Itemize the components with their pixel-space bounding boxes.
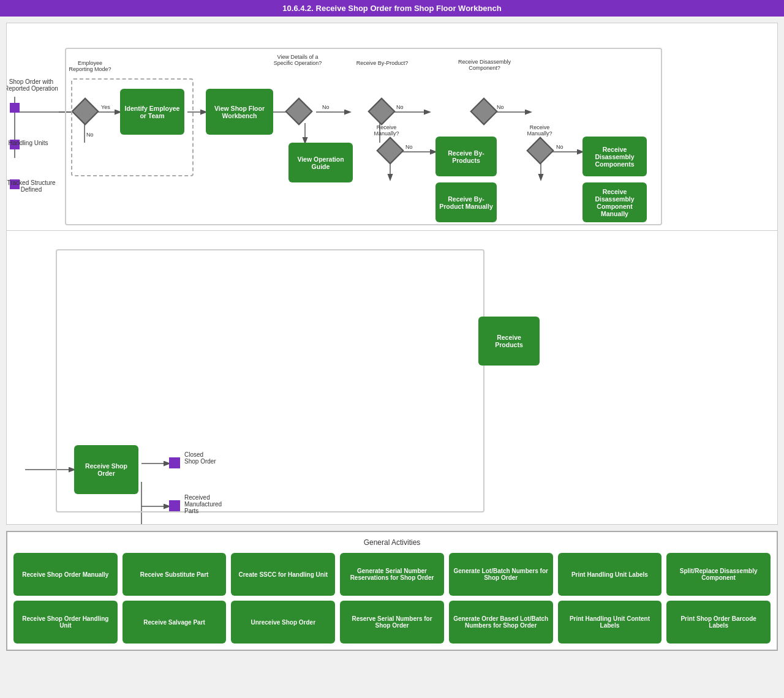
- purple-closed: [169, 457, 180, 468]
- ga-grid: Receive Shop Order Manually Receive Subs…: [13, 553, 771, 644]
- label-handling-units: Handling Units: [7, 140, 50, 146]
- label-shop-order: Shop Order with Reported Operation: [6, 78, 59, 92]
- input-purple-1: [10, 103, 20, 113]
- page-header: 10.6.4.2. Receive Shop Order from Shop F…: [0, 0, 784, 17]
- diagram-top-area: Yes No No No No No: [6, 23, 778, 231]
- gb-receive-products[interactable]: Receive Products: [478, 317, 540, 366]
- ga-item-6[interactable]: Split/Replace Disassembly Component: [666, 553, 771, 596]
- diagram-middle-area: Receive Shop Order ClosedShop Order Rece…: [6, 231, 778, 525]
- ga-title: General Activities: [13, 538, 771, 547]
- outer-boundary: [65, 48, 662, 225]
- ga-item-4[interactable]: Generate Lot/Batch Numbers for Shop Orde…: [449, 553, 553, 596]
- ga-item-2[interactable]: Create SSCC for Handling Unit: [231, 553, 335, 596]
- gb-receive-shop-order[interactable]: Receive Shop Order: [74, 445, 138, 494]
- ga-item-1[interactable]: Receive Substitute Part: [123, 553, 227, 596]
- ga-item-9[interactable]: Unreceive Shop Order: [231, 601, 335, 644]
- ga-item-10[interactable]: Reserve Serial Numbers for Shop Order: [340, 601, 444, 644]
- general-activities-section: General Activities Receive Shop Order Ma…: [6, 531, 778, 651]
- ga-item-0[interactable]: Receive Shop Order Manually: [13, 553, 118, 596]
- ga-item-13[interactable]: Print Shop Order Barcode Labels: [666, 601, 771, 644]
- label-closed: ClosedShop Order: [184, 451, 216, 465]
- ga-item-8[interactable]: Receive Salvage Part: [123, 601, 227, 644]
- ga-item-7[interactable]: Receive Shop Order Handling Unit: [13, 601, 118, 644]
- ga-item-3[interactable]: Generate Serial Number Reservations for …: [340, 553, 444, 596]
- page-wrapper: 10.6.4.2. Receive Shop Order from Shop F…: [0, 0, 784, 698]
- label-manufactured: ReceivedManufacturedParts: [184, 494, 222, 514]
- label-tracked-structure: Tracked Structure Defined: [7, 179, 56, 193]
- ga-item-11[interactable]: Generate Order Based Lot/Batch Numbers f…: [449, 601, 553, 644]
- ga-item-5[interactable]: Print Handling Unit Labels: [558, 553, 662, 596]
- header-title: 10.6.4.2. Receive Shop Order from Shop F…: [282, 4, 501, 13]
- purple-manufactured: [169, 500, 180, 511]
- ga-item-12[interactable]: Print Handling Unit Content Labels: [558, 601, 662, 644]
